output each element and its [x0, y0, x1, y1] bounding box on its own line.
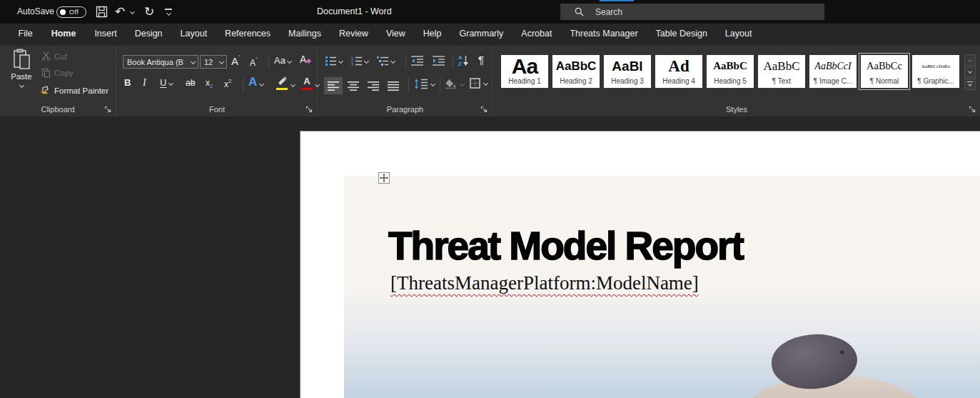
style-normal[interactable]: AaBbCc ¶ Normal [861, 55, 908, 88]
accent-line [600, 0, 634, 1]
chevron-down-icon [166, 11, 171, 16]
tab-insert[interactable]: Insert [86, 24, 126, 46]
document-subtitle-text[interactable]: [ThreatsManagerPlatform:ModelName] [390, 272, 699, 294]
paragraph-group-label: Paragraph [318, 104, 492, 115]
font-name-combobox[interactable]: Book Antiqua (B [123, 55, 198, 69]
autosave-toggle[interactable]: Off [56, 6, 86, 18]
style-graphic[interactable]: AaBbCcDdEe ¶ Graphic... [912, 55, 959, 88]
style-heading4[interactable]: Ad Heading 4 [655, 55, 702, 88]
tab-layout-2[interactable]: Layout [716, 24, 761, 46]
format-painter-button[interactable]: Format Painter [39, 85, 108, 96]
font-size-combobox[interactable]: 12 [200, 55, 227, 69]
styles-scroll-up-button[interactable] [964, 54, 976, 66]
italic-button[interactable]: I [143, 77, 146, 89]
cut-button: Cut [41, 51, 67, 61]
chevron-down-icon [19, 83, 24, 88]
paragraph-dialog-launcher[interactable] [480, 106, 488, 114]
tab-help[interactable]: Help [414, 24, 450, 46]
save-button[interactable] [93, 0, 110, 24]
chevron-down-icon [259, 81, 264, 86]
align-left-button[interactable] [324, 77, 343, 94]
subscript-button[interactable]: x2 [206, 78, 213, 88]
chevron-down-icon [364, 58, 369, 63]
highlight-color-bar [276, 88, 288, 91]
toggle-knob [60, 9, 66, 15]
tab-layout[interactable]: Layout [171, 24, 216, 46]
bold-button[interactable]: B [124, 77, 131, 88]
align-right-button[interactable] [364, 77, 383, 94]
chevron-down-icon [291, 82, 295, 87]
search-placeholder: Search [595, 7, 622, 17]
highlight-button[interactable] [276, 76, 295, 90]
styles-gallery-more-button[interactable] [964, 79, 976, 90]
chevron-up-icon [968, 59, 972, 64]
clipboard-dialog-launcher[interactable] [104, 106, 112, 114]
styles-scroll-down-button[interactable] [964, 66, 976, 78]
shrink-font-button[interactable]: Aˇ [250, 56, 258, 68]
undo-dropdown[interactable] [128, 0, 136, 24]
clipboard-group-label: Clipboard [0, 104, 116, 115]
tab-table-design[interactable]: Table Design [647, 24, 716, 46]
tab-grammarly[interactable]: Grammarly [450, 24, 512, 46]
text-effects-button[interactable]: A [248, 75, 263, 89]
superscript-button[interactable]: x2 [224, 78, 231, 89]
autosave-state: Off [69, 9, 79, 16]
bullets-button[interactable] [325, 56, 343, 66]
line-spacing-button[interactable] [414, 79, 435, 89]
customize-quick-access-button[interactable] [163, 0, 174, 24]
numbering-button[interactable]: 1 2 3 [351, 56, 368, 66]
font-dialog-launcher[interactable] [305, 106, 313, 114]
underline-button[interactable]: U [160, 77, 173, 88]
undo-button[interactable]: ↶ [113, 0, 127, 24]
tab-mailings[interactable]: Mailings [280, 24, 330, 46]
borders-button[interactable] [470, 78, 488, 89]
style-heading1[interactable]: Aa Heading 1 [501, 55, 548, 88]
multilevel-list-icon [377, 56, 389, 66]
chevron-down-icon [968, 69, 972, 74]
tab-home[interactable]: Home [41, 24, 86, 46]
redo-icon: ↻ [144, 0, 154, 24]
style-heading2[interactable]: AaBbC Heading 2 [552, 55, 600, 88]
table-move-handle[interactable] [378, 172, 390, 184]
chevron-down-icon [129, 9, 134, 14]
document-page[interactable]: Threat Model Report [ThreatsManagerPlatf… [300, 131, 980, 398]
style-heading5[interactable]: AaBbC Heading 5 [707, 55, 754, 88]
font-size-value: 12 [201, 58, 220, 66]
decrease-indent-button[interactable] [411, 56, 424, 66]
increase-indent-icon [433, 56, 445, 66]
align-center-button[interactable] [344, 77, 363, 94]
justify-button[interactable] [384, 77, 403, 94]
tab-acrobat[interactable]: Acrobat [512, 24, 561, 46]
title-bar: AutoSave Off ↶ ↻ Document1 - Word Search [0, 0, 980, 24]
grow-font-button[interactable]: Aˆ [231, 54, 241, 67]
multilevel-list-button[interactable] [377, 56, 395, 66]
document-canvas[interactable]: Threat Model Report [ThreatsManagerPlatf… [0, 116, 980, 398]
styles-dialog-launcher[interactable] [969, 106, 976, 114]
redo-button[interactable]: ↻ [141, 0, 157, 24]
increase-indent-button[interactable] [433, 56, 445, 66]
style-image-caption[interactable]: AaBbCcI ¶ Image C... [809, 55, 857, 88]
search-icon [575, 7, 584, 16]
font-color-button[interactable]: A [301, 76, 319, 90]
document-title-text[interactable]: Threat Model Report [388, 223, 743, 269]
tab-review[interactable]: Review [330, 24, 377, 46]
tab-view[interactable]: View [377, 24, 414, 46]
tab-threats-manager[interactable]: Threats Manager [561, 24, 647, 46]
tab-file[interactable]: File [9, 24, 41, 46]
search-input[interactable]: Search [560, 4, 824, 20]
decrease-indent-icon [411, 56, 424, 66]
style-heading3[interactable]: AaBl Heading 3 [604, 55, 651, 88]
sort-button[interactable]: A Z [458, 54, 469, 67]
strikethrough-button[interactable]: ab [186, 78, 195, 88]
style-text[interactable]: AaBbC ¶ Text [758, 55, 805, 88]
font-group: Book Antiqua (B 12 Aˆ Aˇ Aa A [117, 46, 318, 116]
tab-design[interactable]: Design [126, 24, 171, 46]
paste-button[interactable]: Paste [6, 49, 37, 101]
styles-scroll-column [964, 54, 976, 90]
change-case-button[interactable]: Aa [274, 55, 291, 66]
font-group-label: Font [117, 104, 317, 115]
clear-formatting-button[interactable]: A [300, 54, 312, 65]
show-hide-marks-button[interactable]: ¶ [478, 54, 484, 66]
tab-references[interactable]: References [216, 24, 280, 46]
cover-table-cell[interactable]: Threat Model Report [ThreatsManagerPlatf… [344, 176, 980, 398]
